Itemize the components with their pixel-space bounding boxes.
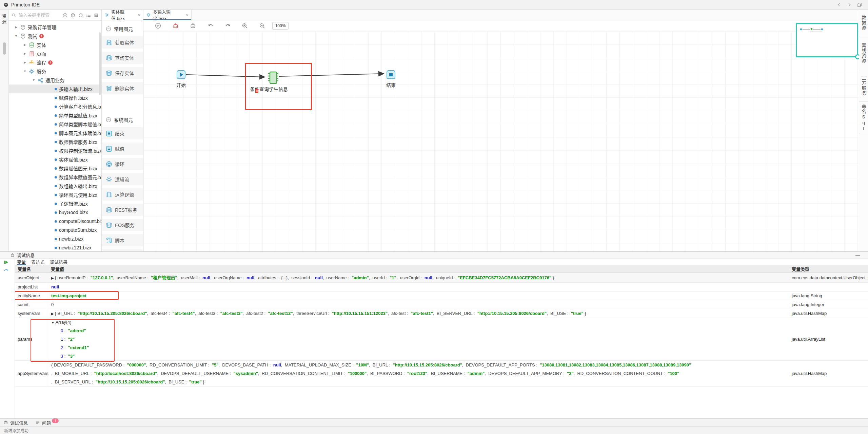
search-input[interactable] (18, 12, 61, 18)
task-node[interactable] (268, 71, 279, 85)
palette-item[interactable]: 脚本 (102, 234, 143, 246)
right-tab[interactable]: 离线资源 (859, 36, 868, 70)
redo-icon[interactable] (225, 23, 231, 29)
tree-item[interactable]: 数组输入输出.bizx (9, 182, 101, 190)
palette-item[interactable]: 结束 (102, 127, 143, 139)
chevron-right-icon[interactable]: ▶ (23, 43, 27, 46)
run-flow-icon[interactable] (155, 23, 161, 29)
zoom-level-display[interactable]: 100% (272, 22, 289, 30)
stop-debug-icon[interactable] (3, 276, 9, 281)
palette-item[interactable]: 获取实体 (102, 36, 143, 49)
test-flow-icon[interactable] (190, 23, 196, 29)
tree-item[interactable]: 简单类型赋值.bizx (9, 111, 101, 120)
palette-item[interactable]: 赋值 (102, 143, 143, 155)
debug-tab[interactable]: 表达式 (31, 259, 44, 265)
palette-item[interactable]: 运算逻辑 (102, 188, 143, 201)
right-tab[interactable]: 三方服务 (859, 70, 868, 102)
bottom-tab-problems[interactable]: 问题 1 (35, 419, 59, 426)
activity-tab-resources[interactable]: 资源 (0, 13, 8, 25)
collapse-section-icon[interactable] (106, 26, 111, 32)
debug-tab[interactable]: 变量 (17, 259, 26, 265)
tree-item[interactable]: 数组脚本赋值图元.bizx (9, 173, 101, 182)
table-row[interactable]: userObject▶ { userRemoteIP : "127.0.0.1"… (15, 273, 868, 283)
palette-item[interactable]: 逻辑流 (102, 173, 143, 185)
refresh-icon[interactable] (78, 13, 83, 18)
step-over-icon[interactable] (3, 267, 9, 273)
collapse-section-icon[interactable] (106, 117, 111, 122)
tree-scrollbar[interactable] (99, 32, 101, 95)
tree-item[interactable]: buyGood.bizx (9, 208, 101, 217)
restore-window-icon[interactable] (857, 2, 862, 7)
tree-item[interactable]: ▶流程! (9, 58, 101, 67)
palette-item[interactable]: @REST服务 (102, 204, 143, 216)
palette-section-header[interactable]: 常用图元 (102, 24, 143, 33)
right-tab[interactable]: 命名Sql (859, 102, 868, 134)
close-tab-icon[interactable]: × (138, 13, 140, 18)
nav-forward-icon[interactable] (847, 2, 852, 7)
debug-tab[interactable]: 调试结果 (50, 259, 67, 265)
palette-item[interactable]: 删除实体 (102, 82, 143, 94)
right-tab[interactable]: 数据源 (859, 10, 868, 36)
resume-icon[interactable] (3, 260, 9, 265)
tree-item[interactable]: 权限控制逻辑流.bizx (9, 146, 101, 155)
table-row[interactable]: appSystemVars{ DEVOPS_DEFAULT_PASSWORD :… (15, 361, 868, 386)
start-node[interactable] (177, 70, 185, 79)
zoom-out-icon[interactable] (259, 23, 265, 29)
editor-tab[interactable]: 多输入输出.bizx× (143, 10, 192, 20)
tree-item[interactable]: 简单类型脚本赋值.bizx (9, 120, 101, 129)
tree-item[interactable]: 计算客户积分信息.bizx (9, 102, 101, 111)
chevron-right-icon[interactable]: ▶ (23, 52, 27, 55)
tree-item[interactable]: 赋值操作.bizx (9, 93, 101, 102)
tree-item[interactable]: ▼通用业务 (9, 76, 101, 84)
chevron-right-icon[interactable]: ▶ (23, 61, 27, 64)
tree-item[interactable]: 脚本图元实体赋值.bizx (9, 129, 101, 137)
tree-item[interactable]: 子逻辑流.bizx (9, 199, 101, 208)
tree-item[interactable]: ▼服务 (9, 67, 101, 76)
tree-item[interactable]: computeSum.bizx (9, 226, 101, 234)
palette-item[interactable]: 循环 (102, 158, 143, 170)
minimize-panel-button[interactable]: — (855, 252, 860, 258)
minimap[interactable] (796, 23, 858, 57)
view-mode-icon[interactable] (94, 13, 99, 18)
assign-icon (106, 146, 112, 152)
chevron-right-icon[interactable]: ▶ (14, 25, 18, 29)
table-row[interactable]: systemVars▶ { BI_URL : "http://10.15.15.… (15, 309, 868, 318)
tree-item[interactable]: ▶页面 (9, 49, 101, 58)
tree-item[interactable]: ▼测试! (9, 32, 101, 40)
table-row[interactable]: count0java.lang.Integer (15, 300, 868, 309)
table-row[interactable]: entityNametest.img.aprojectjava.lang.Str… (15, 291, 868, 300)
tree-item[interactable]: ▶采购订单管理 (9, 23, 101, 32)
tree-item[interactable]: 数组赋值图元.bizx (9, 164, 101, 173)
close-tab-icon[interactable]: × (186, 13, 189, 18)
palette-item[interactable]: 查询实体 (102, 52, 143, 64)
undo-icon[interactable] (208, 23, 214, 29)
collapse-list-icon[interactable] (86, 13, 91, 18)
tree-item[interactable]: newbiz.bizx (9, 234, 101, 243)
palette-section-header[interactable]: 系统图元 (102, 115, 143, 124)
palette-item[interactable]: 保存实体 (102, 67, 143, 79)
canvas-grid[interactable]: 开始 条件查询学生信息 结束 (143, 31, 859, 251)
script-icon (106, 237, 112, 244)
tree-item[interactable]: computeDiscount.bizx (9, 217, 101, 226)
chevron-down-icon[interactable]: ▼ (23, 70, 27, 73)
palette-item[interactable]: eEOS服务 (102, 219, 143, 231)
tree-item[interactable]: 多输入输出.bizx (9, 84, 101, 93)
zoom-in-icon[interactable] (242, 23, 248, 29)
editor-tab[interactable]: 实体赋值.bizx× (102, 10, 143, 20)
nav-back-icon[interactable] (837, 2, 842, 7)
table-row[interactable]: projectListnull (15, 283, 868, 291)
debug-flow-icon[interactable] (173, 23, 179, 29)
tree-item[interactable]: 教师新增服务.bizx (9, 137, 101, 146)
chevron-down-icon[interactable]: ▼ (32, 78, 36, 82)
activity-strip-scrollbar[interactable] (3, 42, 6, 55)
ai-assistant-icon[interactable]: AI (63, 13, 67, 18)
new-package-icon[interactable] (71, 13, 75, 18)
table-row[interactable]: params▼ Array(4)0 : "aderrd"1 : "2"2 : "… (15, 318, 868, 361)
bottom-tab-debug-info[interactable]: 调试信息 (3, 419, 28, 426)
tree-item[interactable]: ▶实体 (9, 40, 101, 49)
chevron-down-icon[interactable]: ▼ (14, 34, 18, 38)
tree-item[interactable]: 实体赋值.bizx (9, 155, 101, 164)
tree-item[interactable]: newbiz121.bizx (9, 243, 101, 251)
end-node[interactable] (387, 70, 395, 79)
tree-item[interactable]: 循环图元使用.bizx (9, 190, 101, 199)
